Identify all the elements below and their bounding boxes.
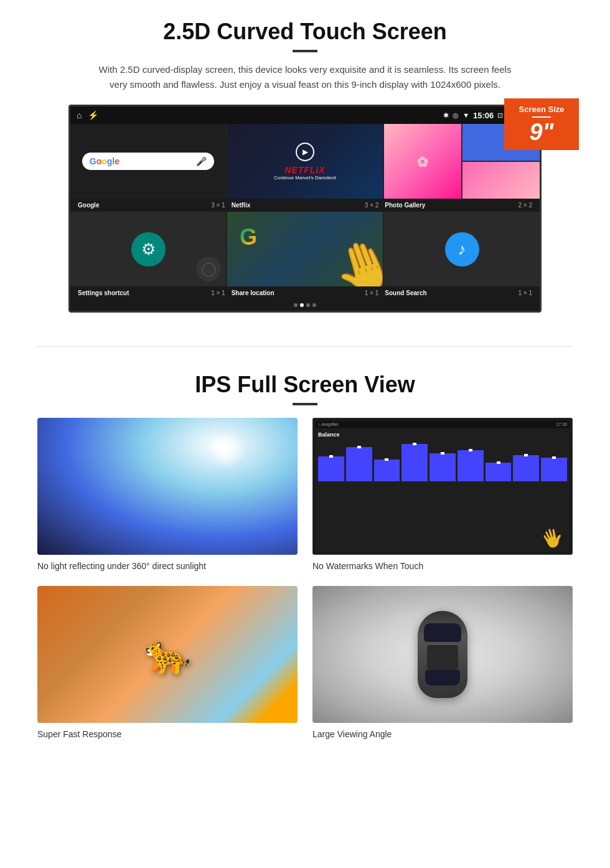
- section-curved-screen: 2.5D Curved Touch Screen With 2.5D curve…: [0, 0, 610, 328]
- eq-bar-6: [458, 450, 484, 481]
- section2-title: IPS Full Screen View: [37, 372, 573, 398]
- dot-3: [306, 303, 310, 307]
- app-grid-row2: ⚙ ◯ G 🤚 ♪: [70, 212, 540, 286]
- usb-icon: ⚡: [88, 110, 98, 120]
- wifi-icon: ▼: [462, 111, 469, 119]
- screen-size-badge: Screen Size 9": [504, 98, 579, 150]
- cheetah-visual: 🐆: [37, 586, 298, 723]
- eq-bar-1: [318, 456, 344, 481]
- equalizer-caption: No Watermarks When Touch: [312, 561, 573, 571]
- feature-car: Large Viewing Angle: [312, 586, 573, 739]
- sunlight-caption: No light reflecting under 360° direct su…: [37, 561, 298, 571]
- netflix-logo: NETFLIX: [284, 165, 325, 175]
- home-icon: ⌂: [77, 110, 82, 120]
- sunlight-visual: [37, 418, 298, 555]
- equalizer-visual: ⌂ Amplifier 17:33 Balance: [312, 418, 573, 555]
- maps-label-name: Share location: [232, 290, 274, 296]
- status-time: 15:06: [473, 111, 494, 120]
- dot-4: [312, 303, 316, 307]
- title-divider: [293, 50, 317, 52]
- cheetah-caption: Super Fast Response: [37, 729, 298, 739]
- status-bar: ⌂ ⚡ ✱ ◎ ▼ 15:06 ⊡ ◁) ⊠ ▭: [70, 106, 540, 124]
- google-app-cell[interactable]: Google 🎤: [70, 124, 226, 199]
- settings-label: Settings shortcut 1 × 1: [75, 290, 228, 296]
- dot-1: [294, 303, 298, 307]
- equalizer-image: ⌂ Amplifier 17:33 Balance: [312, 418, 573, 555]
- photo-label-size: 2 × 2: [518, 202, 532, 209]
- section-divider: [37, 346, 573, 347]
- netflix-overlay: ▶ NETFLIX Continue Marvel's Daredevil: [227, 124, 383, 199]
- google-label-name: Google: [78, 202, 99, 209]
- google-label: Google 3 × 1: [75, 202, 228, 209]
- google-search-bar[interactable]: Google 🎤: [82, 153, 215, 170]
- eq-bar-4: [401, 444, 428, 481]
- eq-home: ⌂ Amplifier: [318, 422, 339, 427]
- dot-2: [300, 303, 304, 307]
- car-visual: [312, 586, 573, 723]
- eq-bar-7: [486, 463, 512, 481]
- photo-flower: 🌸: [384, 124, 461, 199]
- sound-icon: ♪: [445, 232, 479, 267]
- settings-icon: ⚙: [131, 232, 166, 267]
- maps-g-icon: G: [240, 224, 257, 250]
- section2-divider: [293, 403, 317, 405]
- google-logo: Google: [90, 156, 120, 166]
- maps-app-cell[interactable]: G 🤚: [227, 212, 383, 286]
- eq-bars: [318, 438, 567, 481]
- cheetah-emoji: 🐆: [144, 633, 191, 677]
- sound-search-cell[interactable]: ♪: [384, 212, 540, 286]
- section1-title: 2.5D Curved Touch Screen: [37, 19, 573, 45]
- badge-size: 9": [529, 119, 553, 145]
- device-mockup: Screen Size 9" ⌂ ⚡ ✱ ◎ ▼ 15:06 ⊡ ◁) ⊠: [68, 105, 542, 313]
- device-screen: ⌂ ⚡ ✱ ◎ ▼ 15:06 ⊡ ◁) ⊠ ▭: [68, 105, 542, 313]
- eq-bar-5: [429, 453, 456, 481]
- section-ips-screen: IPS Full Screen View No light reflecting…: [0, 366, 610, 758]
- car-windshield: [424, 623, 461, 642]
- eq-hand-gesture: 🖐: [538, 525, 566, 552]
- feature-sunlight: No light reflecting under 360° direct su…: [37, 418, 298, 571]
- bluetooth-icon: ✱: [443, 111, 449, 120]
- eq-bar-8: [513, 455, 539, 481]
- camera-icon: ⊡: [497, 111, 503, 120]
- google-label-size: 3 × 1: [211, 202, 225, 209]
- settings-ghost: ◯: [196, 257, 221, 281]
- sound-label-name: Sound Search: [385, 290, 426, 296]
- maps-label: Share location 1 × 1: [229, 290, 382, 296]
- feature-equalizer: ⌂ Amplifier 17:33 Balance: [312, 418, 573, 571]
- car-rear-window: [425, 670, 460, 686]
- eq-body: Balance 🖐: [316, 429, 570, 552]
- photo-label-name: Photo Gallery: [385, 202, 425, 209]
- netflix-label-size: 3 × 2: [365, 202, 379, 209]
- location-icon: ◎: [453, 111, 459, 120]
- car-shape: [418, 611, 467, 698]
- sound-label-size: 1 × 1: [518, 290, 532, 296]
- app-labels-row1: Google 3 × 1 Netflix 3 × 2 Photo Gallery…: [70, 199, 540, 212]
- mic-icon: 🎤: [196, 156, 207, 166]
- car-caption: Large Viewing Angle: [312, 729, 573, 739]
- netflix-label-name: Netflix: [232, 202, 251, 209]
- badge-title: Screen Size: [514, 105, 569, 114]
- sunlight-image: [37, 418, 298, 555]
- netflix-app-cell[interactable]: ▶ NETFLIX Continue Marvel's Daredevil: [227, 124, 383, 199]
- eq-status-bar: ⌂ Amplifier 17:33: [316, 421, 570, 428]
- netflix-play-button[interactable]: ▶: [296, 143, 314, 161]
- cheetah-image: 🐆: [37, 586, 298, 723]
- eq-bar-9: [541, 458, 567, 481]
- app-labels-row2: Settings shortcut 1 × 1 Share location 1…: [70, 286, 540, 300]
- section1-description: With 2.5D curved-display screen, this de…: [93, 62, 517, 92]
- settings-label-size: 1 × 1: [211, 290, 225, 296]
- settings-app-cell[interactable]: ⚙ ◯: [70, 212, 226, 286]
- eq-bar-2: [346, 447, 372, 481]
- netflix-label: Netflix 3 × 2: [229, 202, 382, 209]
- settings-label-name: Settings shortcut: [78, 290, 129, 296]
- eq-time: 17:33: [556, 422, 567, 427]
- pagination-dots: [70, 300, 540, 311]
- feature-cheetah: 🐆 Super Fast Response: [37, 586, 298, 739]
- sound-label: Sound Search 1 × 1: [382, 290, 535, 296]
- eq-bar-3: [374, 460, 400, 481]
- app-grid-row1: Google 🎤 ▶ NETFLIX Continue Marvel's Dar…: [70, 124, 540, 199]
- netflix-subtitle: Continue Marvel's Daredevil: [274, 175, 336, 181]
- feature-grid: No light reflecting under 360° direct su…: [37, 418, 573, 739]
- car-image: [312, 586, 573, 723]
- status-left-icons: ⌂ ⚡: [77, 110, 98, 120]
